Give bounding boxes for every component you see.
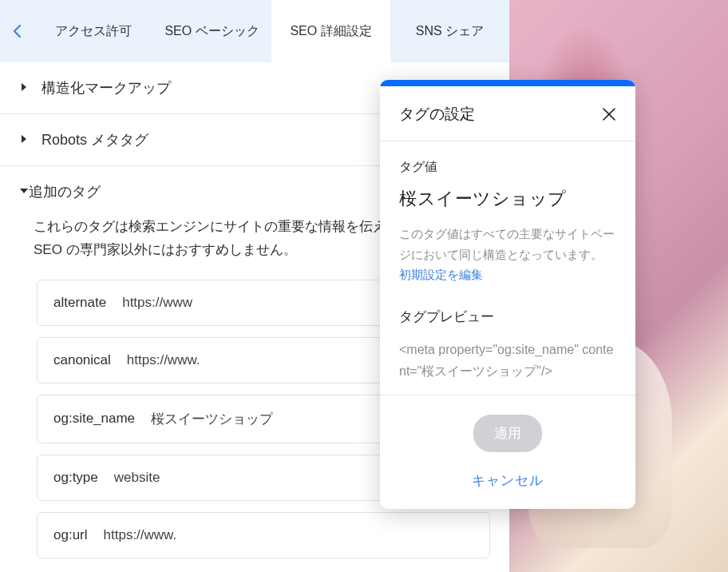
tag-value: 桜スイーツショップ — [151, 410, 273, 428]
chevron-left-icon — [12, 24, 22, 38]
tag-value: https://www. — [127, 352, 200, 368]
tag-value-label: タグ値 — [399, 159, 616, 176]
tab-label: SNS シェア — [416, 23, 484, 40]
popover-body: タグ値 桜スイーツショップ このタグ値はすべての主要なサイトページにおいて同じ構… — [380, 141, 635, 395]
edit-defaults-link[interactable]: 初期設定を編集 — [399, 268, 483, 281]
tag-key: og:type — [53, 470, 98, 486]
tag-preview-label: タグプレビュー — [399, 308, 616, 326]
tag-value-input[interactable]: 桜スイーツショップ — [399, 187, 616, 211]
chevron-down-icon — [19, 185, 29, 199]
tag-key: og:url — [53, 527, 88, 543]
tag-key: og:site_name — [53, 411, 135, 427]
popover-header: タグの設定 — [380, 86, 635, 141]
back-button[interactable] — [0, 0, 34, 62]
section-title: 追加のタグ — [29, 182, 101, 201]
close-icon — [602, 107, 616, 121]
tab-seo-basic[interactable]: SEO ベーシック — [152, 0, 271, 62]
popover-title: タグの設定 — [399, 104, 475, 125]
tag-value: website — [114, 470, 160, 486]
tab-seo-advanced[interactable]: SEO 詳細設定 — [271, 0, 390, 62]
cancel-button[interactable]: キャンセル — [472, 471, 544, 490]
tab-label: SEO 詳細設定 — [290, 23, 371, 40]
tag-value-note: このタグ値はすべての主要なサイトページにおいて同じ構造となっています。 初期設定… — [399, 224, 616, 285]
tag-preview-code: <meta property="og:site_name" content="桜… — [399, 339, 616, 382]
section-title: 構造化マークアップ — [42, 78, 171, 97]
tag-value: https://www. — [104, 527, 177, 543]
apply-button[interactable]: 適用 — [473, 415, 542, 452]
close-button[interactable] — [602, 107, 616, 121]
tab-label: アクセス許可 — [55, 23, 132, 40]
tag-key: canonical — [53, 352, 111, 368]
popover-accent-bar — [380, 80, 635, 86]
tag-settings-popover: タグの設定 タグ値 桜スイーツショップ このタグ値はすべての主要なサイトページに… — [380, 80, 635, 509]
tab-access[interactable]: アクセス許可 — [34, 0, 152, 62]
note-text: このタグ値はすべての主要なサイトページにおいて同じ構造となっています。 — [399, 227, 615, 261]
popover-footer: 適用 キャンセル — [380, 395, 635, 509]
tag-row-og-url[interactable]: og:url https://www. — [37, 512, 490, 558]
tag-value: https://www — [122, 295, 192, 311]
chevron-right-icon — [19, 133, 30, 147]
tab-label: SEO ベーシック — [164, 23, 259, 40]
chevron-right-icon — [19, 81, 30, 95]
section-title: Robots メタタグ — [42, 130, 148, 149]
tabs-bar: アクセス許可 SEO ベーシック SEO 詳細設定 SNS シェア — [0, 0, 509, 62]
tab-sns-share[interactable]: SNS シェア — [390, 0, 509, 62]
tag-key: alternate — [53, 295, 106, 311]
